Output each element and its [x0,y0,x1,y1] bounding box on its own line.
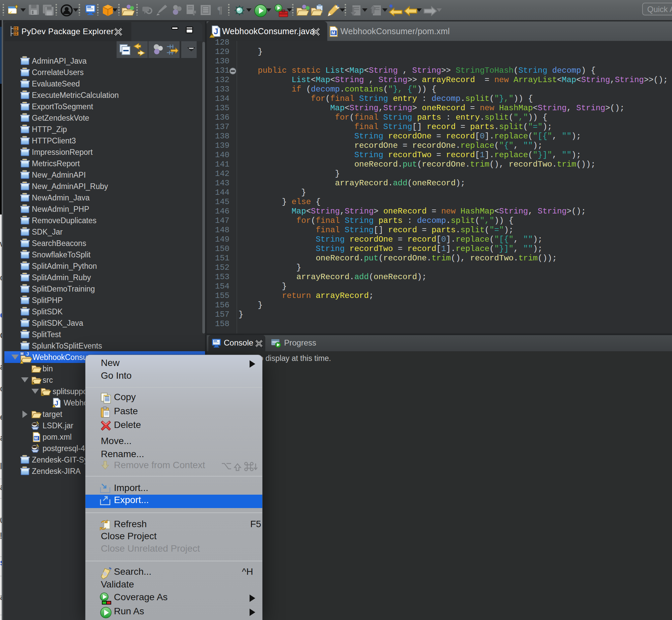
svg-text:M: M [331,30,335,36]
svg-text:!: ! [211,34,213,38]
svg-text:J: J [214,27,218,36]
svg-text:¶: ¶ [217,4,222,15]
